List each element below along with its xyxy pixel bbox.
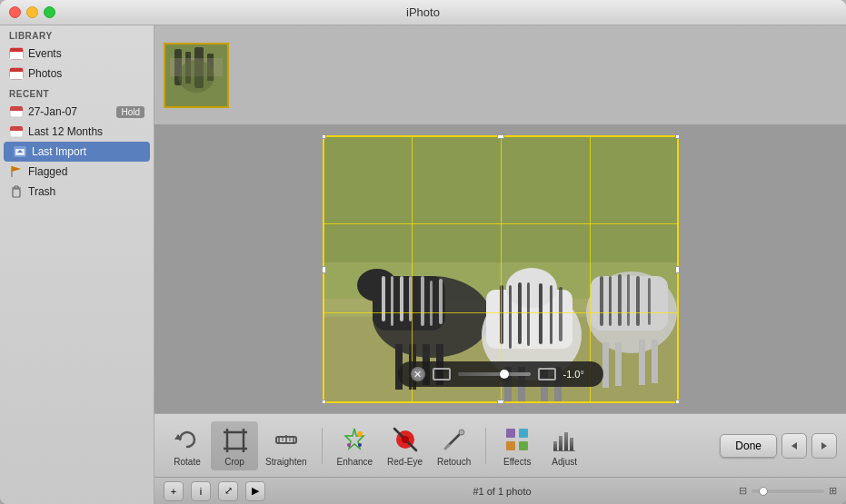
straighten-label: Straighten xyxy=(265,457,307,467)
photo-count-text: #1 of 1 photo xyxy=(473,486,531,497)
sidebar-item-lastimport[interactable]: Last Import xyxy=(4,142,150,162)
svg-rect-47 xyxy=(500,285,503,344)
rotation-value: -1.0° xyxy=(563,369,591,380)
calendar-icon-27jan xyxy=(9,104,24,119)
calendar-icon-last12 xyxy=(9,124,24,139)
zoom-thumb[interactable] xyxy=(759,487,768,496)
svg-rect-100 xyxy=(506,429,515,438)
rotation-control: ✕ -1.0° xyxy=(398,361,603,387)
rotation-slider-track[interactable] xyxy=(458,372,531,376)
trash-icon xyxy=(9,184,24,199)
app-window: iPhoto LIBRARY Events xyxy=(0,0,846,504)
enhance-button[interactable]: Enhance xyxy=(330,421,380,470)
svg-point-46 xyxy=(506,268,557,308)
svg-point-93 xyxy=(358,443,362,447)
maximize-button[interactable] xyxy=(44,6,55,18)
rotation-right-icon xyxy=(538,368,556,380)
straighten-button[interactable]: Straighten xyxy=(258,421,314,470)
sidebar-item-flagged[interactable]: Flagged xyxy=(0,162,154,182)
last12months-label: Last 12 Months xyxy=(28,125,103,138)
27jan-label: 27-Jan-07 xyxy=(28,105,77,118)
svg-rect-39 xyxy=(400,276,403,321)
statusbar: + i ⤢ ▶ #1 of 1 photo ⊟ xyxy=(154,477,846,504)
svg-rect-73 xyxy=(652,340,658,383)
photo-container: ✕ -1.0° xyxy=(323,135,679,403)
crop-icon xyxy=(220,425,249,454)
photos-icon xyxy=(9,66,24,81)
crop-button[interactable]: Crop xyxy=(211,421,258,470)
titlebar: iPhoto xyxy=(0,0,846,25)
adjust-button[interactable]: Adjust xyxy=(541,421,588,470)
svg-marker-110 xyxy=(821,442,827,450)
right-panel: ✕ -1.0° xyxy=(154,25,846,504)
svg-rect-38 xyxy=(391,276,393,326)
svg-rect-13 xyxy=(10,129,23,131)
filmstrip-thumbnail[interactable] xyxy=(164,43,229,108)
zoom-slider[interactable] xyxy=(751,489,824,493)
effects-icon xyxy=(503,425,532,454)
toolbar: Rotate xyxy=(154,413,846,477)
svg-rect-42 xyxy=(430,281,433,326)
rotation-left-icon xyxy=(433,368,451,380)
close-button[interactable] xyxy=(9,6,21,18)
thumbnail-image xyxy=(165,44,227,106)
add-button[interactable]: + xyxy=(164,481,184,501)
filmstrip xyxy=(154,25,846,125)
status-left-buttons: + i ⤢ ▶ xyxy=(164,481,265,501)
svg-rect-108 xyxy=(553,450,575,451)
svg-rect-53 xyxy=(559,287,562,341)
photo-area[interactable]: ✕ -1.0° xyxy=(154,125,846,413)
lastimport-label: Last Import xyxy=(32,145,86,158)
events-label: Events xyxy=(28,47,62,60)
sidebar-item-last12months[interactable]: Last 12 Months xyxy=(0,122,154,142)
crop-label: Crop xyxy=(224,457,244,467)
zoom-large-icon: ⊞ xyxy=(829,485,837,497)
svg-rect-5 xyxy=(10,71,23,79)
redeye-button[interactable]: Red-Eye xyxy=(380,421,430,470)
minimize-button[interactable] xyxy=(26,6,38,18)
svg-point-30 xyxy=(178,60,214,93)
sidebar: LIBRARY Events xyxy=(0,25,154,504)
toolbar-separator-1 xyxy=(322,428,323,464)
svg-rect-57 xyxy=(609,276,612,326)
window-title: iPhoto xyxy=(406,5,440,19)
svg-rect-70 xyxy=(602,342,609,388)
svg-rect-107 xyxy=(570,438,573,450)
svg-rect-10 xyxy=(10,109,23,111)
status-right: ⊟ ⊞ xyxy=(739,485,837,497)
sidebar-item-events[interactable]: Events xyxy=(0,44,154,64)
rotate-button[interactable]: Rotate xyxy=(164,421,211,470)
adjust-label: Adjust xyxy=(552,457,577,467)
svg-rect-104 xyxy=(553,441,557,450)
play-button[interactable]: ▶ xyxy=(245,481,265,501)
done-button[interactable]: Done xyxy=(720,434,777,458)
info-icon: i xyxy=(200,486,202,497)
rotate-label: Rotate xyxy=(174,457,200,467)
next-photo-button[interactable] xyxy=(811,433,837,459)
sidebar-item-trash[interactable]: Trash xyxy=(0,182,154,202)
svg-point-96 xyxy=(402,436,409,443)
svg-point-99 xyxy=(459,430,464,435)
zoom-small-icon: ⊟ xyxy=(739,485,747,497)
svg-rect-1 xyxy=(10,51,23,59)
rotation-slider-thumb[interactable] xyxy=(500,370,509,379)
svg-rect-19 xyxy=(13,189,20,197)
adjust-icon xyxy=(550,425,579,454)
svg-rect-101 xyxy=(519,429,528,438)
recent-section-label: RECENT xyxy=(0,84,154,102)
hold-badge: Hold xyxy=(116,106,144,118)
enhance-icon xyxy=(340,425,369,454)
svg-rect-105 xyxy=(559,436,562,450)
info-button[interactable]: i xyxy=(191,481,211,501)
svg-rect-51 xyxy=(539,283,542,344)
straighten-icon xyxy=(272,425,301,454)
sidebar-item-photos[interactable]: Photos xyxy=(0,64,154,84)
effects-button[interactable]: Effects xyxy=(493,421,541,470)
svg-rect-102 xyxy=(506,441,515,450)
fullscreen-button[interactable]: ⤢ xyxy=(218,481,238,501)
prev-photo-button[interactable] xyxy=(781,433,807,459)
retouch-button[interactable]: Retouch xyxy=(430,421,478,470)
rotation-close-button[interactable]: ✕ xyxy=(411,367,425,381)
sidebar-item-27jan[interactable]: 27-Jan-07 Hold xyxy=(0,102,154,122)
svg-rect-52 xyxy=(550,285,552,344)
